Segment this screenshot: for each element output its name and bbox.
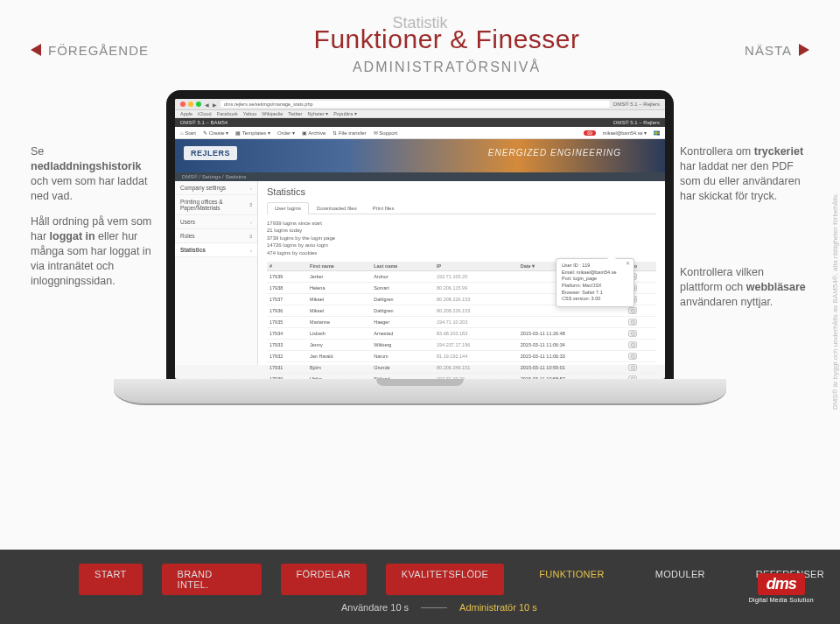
info-icon[interactable]: ⓘ xyxy=(628,353,637,360)
info-icon[interactable]: ⓘ xyxy=(628,319,637,326)
panel-title: Statistics xyxy=(267,186,656,197)
footer: START BRAND INTEL. FÖRDELAR KVALITETSFLÖ… xyxy=(0,550,840,624)
sub-admin[interactable]: Administratör 10 s xyxy=(459,602,537,613)
user-menu[interactable]: mikael@bam54.se ▾ xyxy=(603,130,647,136)
laptop-base xyxy=(114,379,726,405)
table-row: 17935MarianneHaeger194.71.10.203ⓘ xyxy=(267,316,656,327)
nav-item[interactable]: ⌂ Start xyxy=(180,130,196,136)
notification-badge[interactable]: 69 xyxy=(584,130,596,136)
col-ip[interactable]: IP xyxy=(434,262,518,271)
callout-download-history: Se nedladdningshistorik och vem som har … xyxy=(31,144,158,204)
main-panel: Statistics User logins Downloaded files … xyxy=(258,181,665,365)
hero-logo: REJLERS xyxy=(184,146,237,160)
footer-tab-moduler[interactable]: MODULER xyxy=(640,564,721,595)
info-tooltip: ✕ User ID : 119 Email: mikael@bam54.se P… xyxy=(556,258,634,307)
traffic-lights xyxy=(180,102,201,107)
table-row: 17931BjörnGrunde80.206.246.1512015-03-11… xyxy=(267,361,656,373)
tab-downloaded[interactable]: Downloaded files xyxy=(309,202,365,214)
separator xyxy=(421,607,447,608)
arrow-right-icon xyxy=(799,44,809,56)
nav-item[interactable]: ▣ Archive xyxy=(302,130,326,136)
browser-chrome: ◀ ▶ dms.rejlers.se/settings/manage_stats… xyxy=(175,99,665,110)
col-firstname[interactable]: First name xyxy=(307,262,371,271)
table-row: 17934LisbethArnestad83.68.203.1832015-03… xyxy=(267,327,656,339)
bookmark[interactable]: Twitter xyxy=(288,111,302,116)
close-icon[interactable]: ✕ xyxy=(626,261,630,268)
next-label: NÄSTA xyxy=(745,43,792,58)
bookmark[interactable]: Apple xyxy=(180,111,192,116)
app-topbar: DMS® 5.1 – BAM54DMS® 5.1 – Rejlers xyxy=(175,118,665,127)
info-icon[interactable]: ⓘ xyxy=(628,307,637,314)
bookmark[interactable]: Yahoo xyxy=(243,111,257,116)
callout-login-track: Håll ordning på vem som har loggat in el… xyxy=(31,214,158,288)
col-lastname[interactable]: Last name xyxy=(371,262,434,271)
tab-user-logins[interactable]: User logins xyxy=(267,202,309,214)
callout-print-check: Kontrollera om tryckeriet har laddat ner… xyxy=(680,144,807,204)
page-title-tab: DMS® 5.1 – Rejlers xyxy=(613,102,660,107)
sidebar-item-users[interactable]: Users› xyxy=(175,215,257,229)
arrow-fwd-icon[interactable]: ▶ xyxy=(213,102,217,108)
sub-anvandare[interactable]: Användare 10 s xyxy=(341,602,409,613)
nav-item[interactable]: ✎ Create ▾ xyxy=(203,130,228,136)
prev-button[interactable]: FÖREGÅENDE xyxy=(31,43,149,58)
footer-tab-funktioner[interactable]: FUNKTIONER xyxy=(523,564,620,595)
next-button[interactable]: NÄSTA xyxy=(745,43,809,58)
info-icon[interactable]: ⓘ xyxy=(628,330,637,337)
page-title: Funktioner & Finesser xyxy=(149,25,745,54)
sidebar-item-roles[interactable]: Roles3 xyxy=(175,229,257,243)
page-subtitle: ADMINISTRATÖRSNIVÅ xyxy=(149,60,745,75)
nav-item[interactable]: Order ▾ xyxy=(277,130,295,136)
sidebar-item-printing[interactable]: Printing offices & Paper/Materials3 xyxy=(175,195,257,215)
table-row: 17932Jan HaraldNarum81.19.192.1442015-03… xyxy=(267,350,656,361)
chevron-right-icon: › xyxy=(250,220,252,225)
bookmark[interactable]: Wikipedia xyxy=(262,111,283,116)
bookmark[interactable]: Nyheter ▾ xyxy=(307,111,328,116)
hero-tagline: ENERGIZED ENGINEERING xyxy=(488,148,621,158)
nav-item[interactable]: ▦ Templates ▾ xyxy=(235,130,270,136)
tab-print-files[interactable]: Print files xyxy=(365,202,402,214)
app-nav: ⌂ Start ✎ Create ▾ ▦ Templates ▾ Order ▾… xyxy=(175,127,665,139)
chevron-right-icon: › xyxy=(250,248,252,253)
sidebar-item-company[interactable]: Company settings› xyxy=(175,181,257,195)
arrow-back-icon[interactable]: ◀ xyxy=(205,102,209,108)
sidebar-item-statistics[interactable]: Statistics› xyxy=(175,243,257,257)
table-row: 17933JennyWikberg194.237.17.1962015-03-1… xyxy=(267,339,656,350)
footer-sub-nav: Användare 10 s Administratör 10 s xyxy=(0,602,840,613)
nav-item[interactable]: ⇅ File transfer xyxy=(332,130,366,136)
footer-tab-kvalitet[interactable]: KVALITETSFLÖDE xyxy=(386,564,504,595)
stats-summary: 17939 logins since start 21 logins today… xyxy=(267,214,656,262)
bookmark[interactable]: Populära ▾ xyxy=(333,111,357,116)
bookmarks-bar: Apple iCloud Facebook Yahoo Wikipedia Tw… xyxy=(175,110,665,118)
col-num[interactable]: # xyxy=(267,262,307,271)
breadcrumb: DMS® / Settings / Statistics xyxy=(175,172,665,181)
chevron-right-icon: › xyxy=(250,186,252,191)
bookmark[interactable]: Facebook xyxy=(217,111,238,116)
copyright-text: DMS® är byggt och underhålls av BAM54®, … xyxy=(831,193,839,410)
nav-item[interactable]: ✉ Support xyxy=(374,130,398,136)
callout-platform-check: Kontrollera vilken plattform och webbläs… xyxy=(680,265,807,310)
hero-banner: REJLERS ENERGIZED ENGINEERING xyxy=(175,139,665,172)
info-icon[interactable]: ⓘ xyxy=(628,364,637,371)
tabs: User logins Downloaded files Print files xyxy=(267,202,656,214)
flag-icon[interactable]: 🇸🇪 xyxy=(654,130,660,136)
footer-tab-brand[interactable]: BRAND INTEL. xyxy=(162,564,262,595)
prev-label: FÖREGÅENDE xyxy=(48,43,149,58)
bookmark[interactable]: iCloud xyxy=(198,111,212,116)
logo-mark: dms xyxy=(758,573,805,595)
dms-logo: dms Digital Media Solution xyxy=(749,573,814,603)
logo-tagline: Digital Media Solution xyxy=(749,597,814,603)
sidebar: Company settings› Printing offices & Pap… xyxy=(175,181,258,365)
footer-tab-fordelar[interactable]: FÖRDELAR xyxy=(281,564,367,595)
info-icon[interactable]: ⓘ xyxy=(628,341,637,348)
arrow-left-icon xyxy=(31,44,41,56)
laptop-mockup: ◀ ▶ dms.rejlers.se/settings/manage_stats… xyxy=(166,90,674,405)
footer-tab-start[interactable]: START xyxy=(79,564,143,595)
url-bar[interactable]: dms.rejlers.se/settings/manage_stats.php xyxy=(220,101,610,108)
title-block: Funktioner & Finesser ADMINISTRATÖRSNIVÅ xyxy=(149,25,745,75)
